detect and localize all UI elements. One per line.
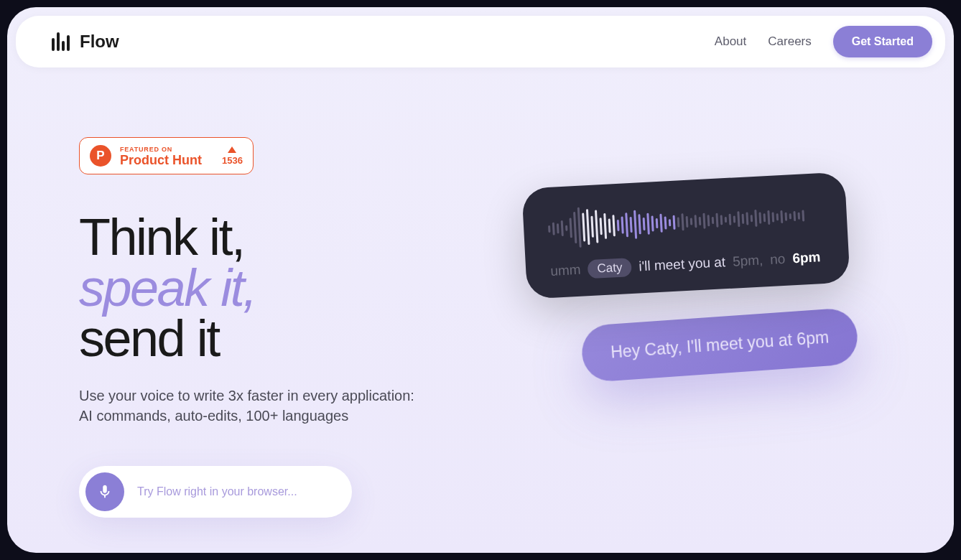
brand-name: Flow — [80, 32, 119, 52]
hero-section: P FEATURED ON Product Hunt 1536 Think it… — [7, 76, 954, 518]
trans-time1: 5pm, — [732, 252, 763, 269]
ph-featured-label: FEATURED ON — [120, 146, 202, 153]
ph-count: 1536 — [222, 155, 243, 166]
try-flow-input[interactable] — [137, 485, 345, 498]
ph-name: Product Hunt — [120, 154, 202, 167]
transcription: umm Caty i'll meet you at 5pm, no 6pm — [550, 248, 825, 281]
voice-card: umm Caty i'll meet you at 5pm, no 6pm — [521, 172, 850, 299]
logo-icon — [52, 32, 70, 51]
headline-line3: send it — [79, 309, 219, 367]
subheadline-line2: AI commands, auto-edits, 100+ languages — [79, 408, 348, 424]
try-flow-container — [79, 466, 352, 518]
product-hunt-icon: P — [90, 145, 111, 167]
get-started-button[interactable]: Get Started — [833, 26, 932, 57]
subheadline-line1: Use your voice to write 3x faster in eve… — [79, 388, 414, 403]
headline-line2: speak it, — [79, 259, 256, 317]
waveform-icon — [547, 193, 824, 251]
hero-illustration: umm Caty i'll meet you at 5pm, no 6pm He… — [524, 180, 911, 518]
trans-part1: i'll meet you at — [639, 254, 726, 274]
mic-button[interactable] — [85, 472, 124, 511]
product-hunt-badge[interactable]: P FEATURED ON Product Hunt 1536 — [79, 137, 254, 174]
upvote-arrow-icon — [228, 146, 236, 153]
message-bubble: Hey Caty, I'll meet you at 6pm — [580, 307, 860, 383]
ph-upvote: 1536 — [222, 146, 243, 166]
trans-name-badge: Caty — [588, 258, 632, 279]
hero-left: P FEATURED ON Product Hunt 1536 Think it… — [79, 137, 481, 518]
nav-right: About Careers Get Started — [715, 26, 932, 57]
nav-link-about[interactable]: About — [715, 34, 746, 49]
trans-time2: 6pm — [792, 249, 821, 266]
headline-line1: Think it, — [79, 208, 244, 266]
nav-brand[interactable]: Flow — [52, 32, 119, 52]
trans-no: no — [770, 251, 786, 268]
headline: Think it, speak it, send it — [79, 212, 481, 364]
trans-umm: umm — [550, 262, 581, 279]
nav-link-careers[interactable]: Careers — [768, 34, 811, 49]
microphone-icon — [97, 484, 113, 500]
subheadline: Use your voice to write 3x faster in eve… — [79, 386, 481, 426]
navbar: Flow About Careers Get Started — [16, 16, 945, 67]
